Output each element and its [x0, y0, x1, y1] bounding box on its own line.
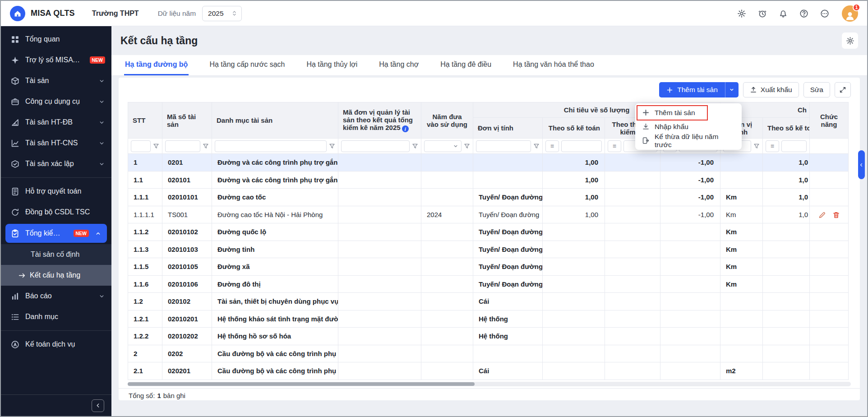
table-row[interactable]: 2.1020201Cầu đường bộ và các công trình …: [128, 362, 849, 380]
reminder-icon[interactable]: [758, 9, 767, 18]
funnel-icon[interactable]: [412, 143, 418, 149]
page-settings-button[interactable]: [842, 32, 858, 49]
menu-item-inherit-previous-year[interactable]: Kế thừa dữ liệu năm trước: [635, 134, 742, 148]
edit-icon[interactable]: [818, 211, 826, 219]
export-button[interactable]: Xuất khẩu: [743, 82, 799, 97]
tab-ha-tang-cap-nuoc-sach[interactable]: Hạ tầng cấp nước sạch: [208, 55, 286, 75]
funnel-icon[interactable]: [533, 143, 540, 149]
table-row[interactable]: 1.1.202010102Đường quốc lộTuyến/ Đoạn đư…: [128, 223, 849, 241]
menu-item-add-asset[interactable]: Thêm tài sản: [635, 106, 742, 120]
cell: Hệ thống khảo sát tình trạng mặt đườ...: [212, 310, 338, 328]
filter-operator[interactable]: =: [608, 140, 621, 152]
user-menu[interactable]: 1: [842, 5, 858, 22]
col-stt[interactable]: STT: [128, 102, 162, 139]
funnel-icon[interactable]: [753, 143, 760, 149]
cell: Đường cao tốc: [212, 189, 338, 206]
sidebar-item-ke-toan-dich-vu[interactable]: Kế toán dịch vụ: [1, 334, 111, 355]
settings-icon[interactable]: [737, 9, 746, 18]
funnel-icon[interactable]: [464, 143, 470, 149]
filter-operator[interactable]: =: [545, 140, 559, 152]
scrollbar-thumb[interactable]: [128, 382, 475, 386]
sidebar-item-tro-ly-so-misa-ava[interactable]: Trợ lý số MISA AVANEW: [1, 50, 111, 70]
table-row[interactable]: 1.1.1.1TS001Đường cao tốc Hà Nội - Hải P…: [128, 206, 849, 223]
table-row[interactable]: 1.2020102Tài sản, thiết bị chuyên dùng p…: [128, 293, 849, 310]
sidebar-item-tong-kiem-ke[interactable]: Tổng kiểm kêNEW: [5, 224, 107, 243]
row-actions: [810, 275, 849, 293]
sidebar-item-tai-san-ht-db[interactable]: Tài sản HT-ĐB: [1, 112, 111, 133]
side-panel-handle[interactable]: [858, 150, 865, 179]
edit-button[interactable]: Sửa: [803, 82, 830, 97]
filter-unit-code-input[interactable]: [341, 140, 410, 152]
col-asset-code[interactable]: Mã số tài sản: [162, 102, 212, 139]
sidebar-item-bao-cao[interactable]: Báo cáo: [1, 286, 111, 306]
table-row[interactable]: 1.1.602010106Đường đô thịTuyến/ Đoạn đườ…: [128, 275, 849, 293]
filter-qty-accounting-2-input[interactable]: [781, 140, 807, 152]
funnel-icon[interactable]: [153, 143, 159, 149]
sidebar-item-danh-muc[interactable]: Danh mục: [1, 306, 111, 327]
add-asset-dropdown-toggle[interactable]: [725, 82, 739, 97]
filter-year-select[interactable]: [424, 140, 462, 152]
col-asset-category[interactable]: Danh mục tài sản: [212, 102, 338, 139]
cell: Km: [720, 223, 763, 241]
cell: [473, 345, 543, 362]
cell: 1.1.3: [128, 241, 162, 258]
sidebar-collapse-button[interactable]: [92, 399, 104, 412]
table-row[interactable]: 10201Đường và các công trình phụ trợ gắn…: [128, 154, 849, 171]
filter-unit-input[interactable]: [476, 140, 531, 152]
sidebar-item-cong-cu-dung-cu[interactable]: Công cụ dụng cụ: [1, 91, 111, 112]
horizontal-scrollbar[interactable]: [128, 382, 851, 386]
table-row[interactable]: 1.1.302010103Đường tỉnhTuyến/ Đoạn đường…: [128, 241, 849, 258]
funnel-icon[interactable]: [329, 143, 335, 149]
tab-ha-tang-cho[interactable]: Hạ tầng chợ: [378, 55, 420, 75]
year-select[interactable]: 2025: [202, 6, 242, 21]
table-row[interactable]: 1.2.102010201Hệ thống khảo sát tình trạn…: [128, 310, 849, 328]
content-card: Thêm tài sản Xuất khẩu Sửa: [119, 78, 860, 400]
table-row[interactable]: 1.1.502010105Đường xãTuyến/ Đoạn đườngKm: [128, 258, 849, 276]
filter-asset-code-input[interactable]: [165, 140, 200, 152]
help-icon[interactable]: [799, 9, 808, 18]
sparkle-icon: [11, 56, 19, 65]
filter-category-input[interactable]: [215, 140, 327, 152]
cell: 1,0: [763, 171, 810, 189]
sidebar-subitem-ket-cau-ha-tang[interactable]: Kết cấu hạ tầng: [1, 265, 111, 286]
filter-stt-input[interactable]: [131, 140, 151, 152]
fullscreen-button[interactable]: [835, 82, 851, 97]
sidebar-item-tai-san-ht-cns[interactable]: Tài sản HT-CNS: [1, 133, 111, 153]
sidebar-item-dong-bo-csdl-tsc[interactable]: Đồng bộ CSDL TSC: [1, 202, 111, 222]
add-asset-button[interactable]: Thêm tài sản: [659, 82, 725, 97]
table-row[interactable]: 1.1.102010101Đường cao tốcTuyến/ Đoạn đư…: [128, 189, 849, 206]
notifications-icon[interactable]: [779, 9, 788, 18]
info-icon[interactable]: i: [402, 125, 409, 132]
sidebar-item-tai-san[interactable]: Tài sản: [1, 70, 111, 91]
tab-ha-tang-de-dieu[interactable]: Hạ tầng đê điều: [439, 55, 492, 75]
filter-operator[interactable]: =: [766, 140, 779, 152]
sidebar-subitem-tai-san-co-dinh[interactable]: Tài sản cố định: [1, 244, 111, 265]
sidebar-footer: [1, 394, 111, 416]
col-unit[interactable]: Đơn vị tính: [473, 118, 543, 139]
col-unit-code[interactable]: Mã đơn vị quản lý tài sản theo kết quả t…: [338, 102, 421, 139]
delete-icon[interactable]: [832, 211, 840, 219]
sidebar-item-ho-tro-quyet-toan[interactable]: Hỗ trợ quyết toán: [1, 181, 111, 202]
spinner-arrows-icon[interactable]: [231, 10, 238, 17]
funnel-icon[interactable]: [203, 143, 209, 149]
cell: [543, 275, 605, 293]
topbar-actions: 1: [737, 5, 858, 22]
table-row[interactable]: 20202Cầu đường bộ và các công trình phụ …: [128, 345, 849, 362]
tab-ha-tang-van-hoa-the-thao[interactable]: Hạ tầng văn hóa thể thao: [512, 55, 595, 75]
sidebar-item-tai-san-xac-lap[interactable]: Tài sản xác lập: [1, 153, 111, 174]
menu-item-import[interactable]: Nhập khẩu: [635, 120, 742, 134]
tab-ha-tang-thuy-loi[interactable]: Hạ tầng thủy lợi: [305, 55, 358, 75]
table-row[interactable]: 1.1020101Đường và các công trình phụ trợ…: [128, 171, 849, 189]
tab-ha-tang-duong-bo[interactable]: Hạ tầng đường bộ: [124, 55, 189, 75]
col-qty-accounting[interactable]: Theo số kế toán: [543, 118, 605, 139]
col-qty-accounting-2[interactable]: Theo số kế toán: [763, 118, 810, 139]
list-icon: [11, 313, 19, 321]
sidebar-item-tong-quan[interactable]: Tổng quan: [1, 29, 111, 50]
more-icon[interactable]: [820, 9, 829, 18]
filter-qty-accounting-input[interactable]: [561, 140, 602, 152]
cell: [605, 275, 660, 293]
col-year-in-use[interactable]: Năm đưa vào sử dụng: [421, 102, 473, 139]
table-row[interactable]: 1.2.202010202Hệ thống hồ sơ số hóaHệ thố…: [128, 328, 849, 345]
cell: [605, 293, 660, 310]
chevron-down-icon: [98, 119, 105, 126]
